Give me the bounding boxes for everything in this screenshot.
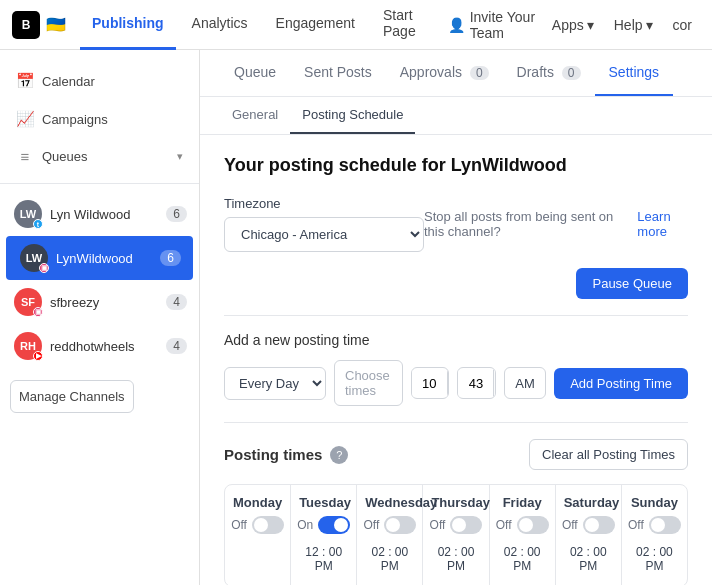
monday-toggle-row: Off (233, 516, 282, 534)
subtab-general[interactable]: General (220, 97, 290, 134)
day-col-sunday: Sunday Off 02 : 00 PM (622, 485, 687, 585)
thursday-toggle[interactable] (450, 516, 482, 534)
timezone-row: Timezone Chicago - America Stop all post… (224, 196, 688, 252)
timezone-select[interactable]: Chicago - America (224, 217, 424, 252)
sidebar-item-calendar[interactable]: 📅 Calendar (0, 62, 199, 100)
min-arrows: ▲ ▼ (494, 368, 496, 398)
min-up-arrow[interactable]: ▲ (494, 368, 496, 383)
ampm-arrows: ▲ ▼ (545, 368, 546, 398)
monday-toggle[interactable] (252, 516, 284, 534)
time-ampm: AM (505, 369, 545, 398)
friday-time-slot: 02 : 00 PM (498, 542, 547, 576)
thursday-time-slot: 02 : 00 PM (431, 542, 480, 576)
queues-icon: ≡ (16, 148, 34, 165)
nav-analytics[interactable]: Analytics (180, 0, 260, 50)
time-hour-input[interactable] (412, 370, 448, 397)
day-col-friday: Friday Off 02 : 00 PM (490, 485, 556, 585)
chevron-down-icon: ▾ (646, 17, 653, 33)
nav-start-page[interactable]: Start Page (371, 0, 444, 50)
help-icon[interactable]: ? (330, 446, 348, 464)
wednesday-toggle-row: Off (365, 516, 414, 534)
thursday-toggle-row: Off (431, 516, 480, 534)
channel-sfbreezy[interactable]: SF ▣ sfbreezy 4 (0, 280, 199, 324)
day-col-wednesday: Wednesday Off 02 : 00 PM (357, 485, 423, 585)
day-col-monday: Monday Off (225, 485, 291, 585)
hour-up-arrow[interactable]: ▲ (448, 368, 450, 383)
saturday-toggle-row: Off (564, 516, 613, 534)
chevron-down-icon: ▾ (587, 17, 594, 33)
content-body: Your posting schedule for LynWildwood Ti… (200, 135, 712, 585)
avatar: LW ▣ (20, 244, 48, 272)
wednesday-toggle[interactable] (384, 516, 416, 534)
calendar-icon: 📅 (16, 72, 34, 90)
choose-times-placeholder: Choose times (335, 361, 402, 405)
divider-2 (224, 422, 688, 423)
page-title: Your posting schedule for LynWildwood (224, 155, 688, 176)
tab-drafts[interactable]: Drafts 0 (503, 50, 595, 96)
add-posting-time-label: Add a new posting time (224, 332, 688, 348)
user-menu[interactable]: cor (665, 17, 700, 33)
logo: B 🇺🇦 (12, 11, 66, 39)
tuesday-toggle-row: On (299, 516, 348, 534)
help-dropdown[interactable]: Help ▾ (606, 17, 661, 33)
friday-toggle-row: Off (498, 516, 547, 534)
instagram-platform-dot: ▣ (39, 263, 49, 273)
posting-times-header: Posting times ? Clear all Posting Times (224, 439, 688, 470)
saturday-toggle[interactable] (583, 516, 615, 534)
wednesday-time-slot: 02 : 00 PM (365, 542, 414, 576)
min-down-arrow[interactable]: ▼ (494, 383, 496, 398)
channel-lynwildwood[interactable]: LW ▣ LynWildwood 6 (6, 236, 193, 280)
tab-sent-posts[interactable]: Sent Posts (290, 50, 386, 96)
apps-dropdown[interactable]: Apps ▾ (544, 17, 602, 33)
sidebar-item-queues[interactable]: ≡ Queues ▾ (0, 138, 199, 175)
stop-posts-section: Stop all posts from being sent on this c… (424, 209, 688, 239)
subtab-posting-schedule[interactable]: Posting Schedule (290, 97, 415, 134)
chevron-down-icon: ▾ (177, 150, 183, 163)
learn-more-link[interactable]: Learn more (637, 209, 688, 239)
sunday-toggle[interactable] (649, 516, 681, 534)
tuesday-time-slot: 12 : 00 PM (299, 542, 348, 576)
days-grid: Monday Off Tuesday On 12 : 00 PM (224, 484, 688, 585)
day-col-saturday: Saturday Off 02 : 00 PM (556, 485, 622, 585)
day-select[interactable]: Every Day (224, 367, 326, 400)
sunday-time-slot: 02 : 00 PM (630, 542, 679, 576)
nav-publishing[interactable]: Publishing (80, 0, 176, 50)
top-nav: B 🇺🇦 Publishing Analytics Engagement Sta… (0, 0, 712, 50)
pause-queue-button[interactable]: Pause Queue (576, 268, 688, 299)
posting-times-title: Posting times (224, 446, 322, 463)
sidebar-item-campaigns[interactable]: 📈 Campaigns (0, 100, 199, 138)
sub-tab-bar: General Posting Schedule (200, 97, 712, 135)
main-layout: 📅 Calendar 📈 Campaigns ≡ Queues ▾ LW t L… (0, 50, 712, 585)
saturday-time-slot: 02 : 00 PM (564, 542, 613, 576)
buffer-logo-icon: B (12, 11, 40, 39)
campaigns-icon: 📈 (16, 110, 34, 128)
divider (224, 315, 688, 316)
avatar: SF ▣ (14, 288, 42, 316)
tab-queue[interactable]: Queue (220, 50, 290, 96)
friday-toggle[interactable] (517, 516, 549, 534)
youtube-platform-dot: ▶ (33, 351, 43, 361)
tab-settings[interactable]: Settings (595, 50, 674, 96)
nav-engagement[interactable]: Engagement (264, 0, 367, 50)
channel-reddhotwheels[interactable]: RH ▶ reddhotwheels 4 (0, 324, 199, 368)
content-area: Queue Sent Posts Approvals 0 Drafts 0 Se… (200, 50, 712, 585)
sidebar: 📅 Calendar 📈 Campaigns ≡ Queues ▾ LW t L… (0, 50, 200, 585)
day-col-thursday: Thursday Off 02 : 00 PM (423, 485, 489, 585)
avatar: LW t (14, 200, 42, 228)
clear-posting-times-button[interactable]: Clear all Posting Times (529, 439, 688, 470)
time-min-input[interactable] (458, 370, 494, 397)
sidebar-divider (0, 183, 199, 184)
instagram-platform-dot: ▣ (33, 307, 43, 317)
person-icon: 👤 (448, 17, 465, 33)
hour-arrows: ▲ ▼ (448, 368, 450, 398)
posting-time-row: Every Day Choose times ▲ ▼ ▲ ▼ (224, 360, 688, 406)
tab-approvals[interactable]: Approvals 0 (386, 50, 503, 96)
hour-down-arrow[interactable]: ▼ (448, 383, 450, 398)
ukraine-flag: 🇺🇦 (46, 15, 66, 34)
twitter-platform-dot: t (33, 219, 43, 229)
add-posting-time-button[interactable]: Add Posting Time (554, 368, 688, 399)
manage-channels-button[interactable]: Manage Channels (10, 380, 134, 413)
channel-lyn-wildwood[interactable]: LW t Lyn Wildwood 6 (0, 192, 199, 236)
invite-team-button[interactable]: 👤 Invite Your Team (448, 9, 540, 41)
tuesday-toggle[interactable] (318, 516, 350, 534)
